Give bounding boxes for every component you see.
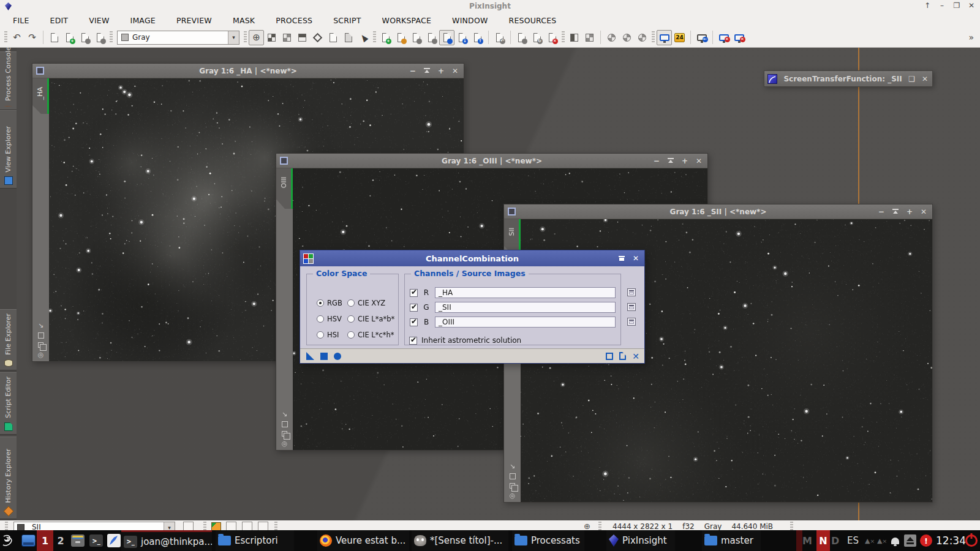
shade-icon[interactable] [424,68,430,73]
view-tab-ha[interactable]: _HA [32,78,49,114]
workspace-1-button[interactable]: 1 [37,530,53,551]
select-view-button-g[interactable] [627,303,636,311]
checkbox-b[interactable] [410,318,418,326]
toolbar-grip[interactable] [244,31,247,43]
terminal-launcher-icon[interactable]: >_ [88,530,105,551]
menu-preview[interactable]: PREVIEW [166,16,222,25]
zoom-corner-icon[interactable]: ↘ [510,463,515,470]
menu-view[interactable]: VIEW [78,16,119,25]
zoom-corner-icon[interactable]: ↘ [38,322,43,329]
notification-bell-icon[interactable] [891,530,899,551]
process-history-icon[interactable]: ↻ [529,30,545,45]
menu-workspace[interactable]: WORKSPACE [372,16,442,25]
app-close-icon[interactable]: ✕ [965,1,978,10]
radio-rgb[interactable]: RGB [317,299,342,307]
target-icon[interactable]: ◎ [510,492,516,499]
radio-cie-lch[interactable]: CIE L*c*h* [347,331,394,339]
maximize-icon[interactable]: + [682,157,688,165]
iconize-image-icon[interactable] [92,30,108,45]
dynamic-mode-icon[interactable] [310,30,325,45]
mask-enabled-icon[interactable] [604,30,619,45]
delete-process-icon[interactable]: ✕ [545,30,560,45]
radio-hsv[interactable]: HSV [317,315,342,323]
toolbar-grip[interactable] [790,522,793,530]
duplicate-image-icon[interactable] [77,30,92,45]
bird-menu-icon[interactable] [1,530,18,551]
readout-cross-icon[interactable]: ⊕ [584,522,590,530]
window-titlebar[interactable]: Gray 1:6 _OIII | <*new*> − + ✕ [276,154,707,168]
task-gimp[interactable]: *[Sense títol]-... [412,530,508,551]
new-instance-icon[interactable] [306,352,314,360]
checkbox-g[interactable] [410,304,418,312]
pan-mode-icon[interactable]: ⊕ [249,30,264,45]
load-process-icon[interactable]: ↓ [454,30,470,45]
page-next-icon[interactable] [341,30,356,45]
target-icon[interactable]: ◎ [282,440,288,447]
app-maximize-icon[interactable]: ❐ [951,1,963,10]
browse-documentation-icon[interactable] [619,352,626,360]
screen-stf-icon[interactable] [657,30,672,45]
toolbar-grip[interactable] [203,522,206,530]
menu-process[interactable]: PROCESS [265,16,323,25]
close-icon[interactable]: ✕ [921,208,927,216]
channel-combination-dialog[interactable]: ChannelCombination ✕ Color Space RGB CIE… [300,250,645,364]
task-processats[interactable]: Processats [512,530,584,551]
maximize-icon[interactable]: ❑ [908,75,915,83]
radio-cie-lab[interactable]: CIE L*a*b* [347,315,394,323]
read-out-icon[interactable]: ← [694,30,709,45]
power-icon[interactable] [965,530,978,551]
broadcast-off-icon[interactable]: ✕ [716,30,731,45]
radio-cie-xyz[interactable]: CIE XYZ [347,299,385,307]
app-restore-icon[interactable]: ↑ [921,1,933,10]
frame-icon[interactable] [510,473,516,479]
stf-24bit-icon[interactable]: 24 [672,30,687,45]
stf-window[interactable]: ScreenTransferFunction: _SII ❑ ✕ [764,70,933,87]
task-escriptori[interactable]: Escriptori [216,530,294,551]
archive-manager-icon[interactable] [69,530,86,551]
app-minimize-icon[interactable]: – [936,1,948,10]
task-master[interactable]: master [702,530,761,551]
shade-icon[interactable] [892,209,899,214]
mask-preview-icon[interactable] [635,30,650,45]
close-icon[interactable]: ✕ [633,255,639,262]
close-icon[interactable]: ✕ [452,67,458,75]
eject-tray-icon[interactable] [904,530,916,551]
clock[interactable]: 12:34 [936,530,966,551]
window-titlebar[interactable]: Gray 1:6 _SII | <*new*> − + ✕ [504,204,932,219]
rename-view-icon[interactable] [47,30,62,45]
toolbar-grip[interactable] [110,31,113,43]
process-gear-icon[interactable] [514,30,529,45]
menu-image[interactable]: IMAGE [120,16,166,25]
zoom-to-fit-icon[interactable] [295,30,310,45]
apply-icon[interactable] [320,353,328,360]
view-tab-oiii[interactable]: OIII [276,168,293,209]
copy-view-icon[interactable] [510,483,515,489]
preview-slot-1[interactable] [226,522,236,530]
undo-process-icon[interactable]: ↶ [492,30,507,45]
task-terminal-joan[interactable]: >_ joan@thinkpa... [121,530,212,551]
fit-view-icon[interactable] [264,30,279,45]
dropdown-arrow-icon[interactable]: ▾ [164,522,175,530]
toolbar-overflow-icon[interactable]: » [968,32,978,42]
reset-icon[interactable]: ✕ [632,352,639,361]
source-field-b[interactable]: _OIII [435,317,616,328]
alert-icon[interactable]: ! [920,530,932,551]
mask-half-icon[interactable] [567,30,582,45]
sidebar-item-script-editor[interactable]: Script Editor [0,372,17,435]
menu-window[interactable]: WINDOW [442,16,498,25]
redo-icon[interactable]: ↷ [24,30,40,45]
toolbar-grip[interactable] [562,31,565,43]
color-swatch-icon[interactable] [211,522,221,530]
workspace-2-button[interactable]: 2 [54,530,67,551]
target-icon[interactable]: ◎ [38,351,44,358]
toolbar-grip[interactable] [652,31,655,43]
toolbar-grip[interactable] [5,522,8,530]
maximize-icon[interactable]: + [907,208,913,216]
doc-paste-icon[interactable] [424,30,439,45]
view-color-selector[interactable]: Gray ▾ [117,31,239,45]
keyboard-layout[interactable]: ES [847,530,859,551]
task-firefox[interactable]: Veure estat b... [317,530,409,551]
dropdown-arrow-icon[interactable]: ▾ [228,31,239,44]
close-icon[interactable]: ✕ [696,157,702,165]
display-icon[interactable] [20,530,37,551]
